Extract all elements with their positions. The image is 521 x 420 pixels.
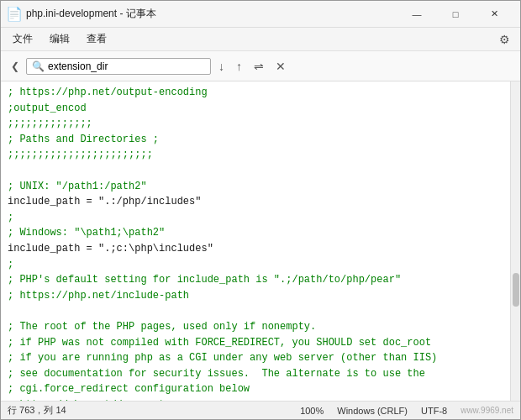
menu-bar: 文件 编辑 查看 ⚙ [1, 28, 520, 51]
title-controls: — □ ✕ [397, 1, 513, 28]
editor-line: ; https://php.net/output-encoding [8, 87, 208, 98]
find-down-button[interactable]: ↓ [214, 58, 229, 75]
editor-line: ; [8, 259, 13, 270]
find-input[interactable] [48, 60, 205, 72]
editor-line: ; https://php.net/include-path [8, 290, 189, 302]
app-icon: 📄 [8, 8, 21, 21]
line-ending: Windows (CRLF) [337, 406, 408, 416]
editor-line: ;;;;;;;;;;;;;;;;;;;;;;;; [8, 149, 153, 160]
find-up-button[interactable]: ↑ [232, 58, 246, 75]
menu-edit[interactable]: 编辑 [41, 29, 78, 50]
zoom-level: 100% [300, 406, 324, 416]
editor-line: ; [8, 212, 13, 223]
editor-line: ; Paths and Directories ; [8, 134, 159, 145]
editor-line: ; see documentation for security issues.… [8, 368, 425, 380]
scrollbar-thumb[interactable] [513, 273, 519, 307]
window-title: php.ini-development - 记事本 [26, 7, 156, 21]
encoding: UTF-8 [421, 406, 447, 416]
vertical-scrollbar[interactable] [510, 81, 520, 401]
editor-line: ; UNIX: "/path1:/path2" [8, 181, 147, 192]
cursor-position: 行 763，列 14 [8, 404, 66, 417]
editor-line: ; PHP's default setting for include_path… [8, 274, 401, 286]
find-close-button[interactable]: ✕ [271, 58, 290, 75]
menu-file[interactable]: 文件 [4, 29, 41, 50]
close-button[interactable]: ✕ [475, 1, 513, 28]
watermark: www.9969.net [460, 406, 513, 416]
editor-line: include_path = ".:/php/includes" [8, 196, 201, 207]
find-options-button[interactable]: ⇌ [250, 58, 268, 75]
editor-line: ; Windows: "\path1;\path2" [8, 227, 165, 239]
find-input-wrap: 🔍 [26, 58, 211, 75]
menu-view[interactable]: 查看 [78, 29, 115, 50]
editor-line: ; if PHP was not compiled with FORCE_RED… [8, 337, 431, 349]
editor-content[interactable]: ; https://php.net/output-encoding ;outpu… [1, 81, 510, 401]
editor-line: ; if you are running php as a CGI under … [8, 352, 437, 364]
minimize-button[interactable]: — [397, 1, 436, 28]
title-bar-left: 📄 php.ini-development - 记事本 [8, 7, 156, 21]
status-right: 100% Windows (CRLF) UTF-8 www.9969.net [300, 406, 513, 416]
editor-line: include_path = ".;c:\php\includes" [8, 243, 213, 255]
find-bar: ❮ 🔍 ↓ ↑ ⇌ ✕ [1, 51, 520, 81]
maximize-button[interactable]: □ [436, 1, 475, 28]
find-chevron-icon[interactable]: ❮ [8, 59, 23, 74]
editor-line: ; The root of the PHP pages, used only i… [8, 321, 316, 333]
title-bar: 📄 php.ini-development - 记事本 — □ ✕ [1, 1, 520, 28]
status-left: 行 763，列 14 [8, 404, 66, 417]
main-window: 📄 php.ini-development - 记事本 — □ ✕ 文件 编辑 … [0, 0, 521, 420]
gear-icon[interactable]: ⚙ [492, 29, 517, 50]
editor-line: ;output_encod [8, 102, 87, 114]
editor-line: ; cgi.force_redirect configuration below [8, 383, 250, 395]
search-icon: 🔍 [32, 60, 45, 72]
status-bar: 行 763，列 14 100% Windows (CRLF) UTF-8 www… [1, 401, 520, 419]
menu-items: 文件 编辑 查看 [4, 29, 115, 50]
editor-area: ; https://php.net/output-encoding ;outpu… [1, 81, 520, 401]
editor-line: ;;;;;;;;;;;;;; [8, 118, 92, 129]
